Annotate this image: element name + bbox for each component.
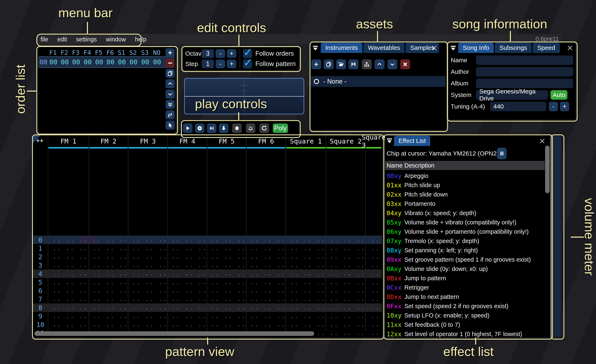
- effect-list-close-icon[interactable]: [538, 137, 546, 145]
- effect-sort-menu-button[interactable]: [497, 148, 507, 159]
- menu-item-help[interactable]: help: [135, 36, 147, 43]
- effect-row[interactable]: 03xxPortamento: [385, 199, 545, 209]
- channel-header-square-1[interactable]: Square 1: [286, 136, 326, 146]
- effect-row[interactable]: 11xxSet feedback (0 to 7): [385, 320, 545, 329]
- pattern-cell[interactable]: ... .. .. .. ..: [248, 253, 284, 261]
- step-decrement-button[interactable]: -: [216, 59, 225, 68]
- effect-row[interactable]: 12xxSet level of operator 1 (0 highest, …: [385, 329, 545, 339]
- pattern-cell[interactable]: ... .. .. .. ..: [248, 236, 284, 244]
- name-field[interactable]: [476, 55, 573, 65]
- pattern-corner-button[interactable]: ++: [36, 137, 44, 144]
- order-cell[interactable]: 00: [93, 57, 105, 67]
- pattern-cell[interactable]: ... .. .. .. ..: [328, 295, 364, 303]
- tuning-increment-button[interactable]: +: [560, 102, 569, 111]
- channel-header-fm-2[interactable]: FM 2: [89, 136, 128, 146]
- channel-header-fm-6[interactable]: FM 6: [246, 136, 286, 146]
- pattern-cell[interactable]: ... .. .. .. ..: [50, 286, 87, 295]
- pattern-cell[interactable]: ... .. .. .. ..: [367, 269, 380, 278]
- channel-header-fm-5[interactable]: FM 5: [207, 136, 246, 146]
- record-button[interactable]: [232, 124, 242, 133]
- pattern-cell[interactable]: ... .. .. .. ..: [287, 236, 324, 244]
- pattern-cell[interactable]: ... .. .. .. ..: [90, 278, 127, 286]
- order-add-button[interactable]: [165, 48, 175, 57]
- order-cell[interactable]: 00: [116, 57, 128, 67]
- pattern-cell[interactable]: ... .. .. .. ..: [287, 312, 324, 320]
- repeat-pattern-button[interactable]: [260, 124, 269, 133]
- pattern-cell[interactable]: ... .. .. .. ..: [209, 244, 245, 253]
- effect-row[interactable]: 04xyVibrato (x: speed; y: depth): [385, 209, 545, 218]
- effect-row[interactable]: 06xyVolume slide + portamento (compatibi…: [385, 227, 545, 236]
- pattern-cell[interactable]: ... .. .. .. ..: [90, 269, 127, 278]
- pattern-cell[interactable]: ... .. .. .. ..: [90, 244, 127, 253]
- order-cell[interactable]: 00: [139, 57, 151, 67]
- pattern-cell[interactable]: ... .. .. .. ..: [209, 320, 245, 329]
- pattern-cell[interactable]: ... .. .. .. ..: [287, 286, 324, 295]
- tuning-decrement-button[interactable]: -: [549, 102, 558, 111]
- assets-open-button[interactable]: [336, 59, 346, 69]
- pattern-cell[interactable]: ... .. .. .. ..: [367, 278, 380, 286]
- pattern-cell[interactable]: ... .. .. .. ..: [50, 320, 87, 329]
- pattern-cell[interactable]: ... .. .. .. ..: [50, 312, 87, 320]
- effect-row[interactable]: 0AxyVolume slide (0y: down; x0: up): [385, 264, 545, 274]
- pattern-cell[interactable]: ... .. .. .. ..: [287, 269, 324, 278]
- pattern-cell[interactable]: ... .. .. .. ..: [367, 261, 380, 269]
- assets-save-button[interactable]: [349, 59, 358, 69]
- window-menu-icon[interactable]: [312, 44, 319, 52]
- effect-list-scrollbar[interactable]: [545, 146, 550, 193]
- pattern-cell[interactable]: ... .. .. .. ..: [50, 278, 87, 286]
- pattern-cell[interactable]: ... .. .. .. ..: [328, 278, 364, 286]
- pattern-cell[interactable]: ... .. .. .. ..: [90, 261, 127, 269]
- menu-item-settings[interactable]: settings: [76, 36, 97, 43]
- effect-row[interactable]: 00xyArpeggio: [385, 171, 545, 181]
- pattern-cell[interactable]: ... .. .. .. ..: [328, 269, 364, 278]
- effect-row[interactable]: 10xySetup LFO (x: enable; y: speed): [385, 311, 545, 320]
- pattern-cell[interactable]: ... .. .. .. ..: [367, 244, 380, 253]
- order-cell[interactable]: 00: [59, 57, 71, 67]
- channel-header-fm-1[interactable]: FM 1: [48, 136, 89, 146]
- channel-header-square-2[interactable]: Square 2: [326, 136, 365, 146]
- step-increment-button[interactable]: +: [227, 59, 236, 68]
- effect-row[interactable]: 09xxSet groove pattern (speed 1 if no gr…: [385, 255, 545, 264]
- pattern-cell[interactable]: ... .. .. .. ..: [209, 312, 245, 320]
- pattern-cell[interactable]: ... .. .. .. ..: [367, 253, 380, 261]
- order-remove-button[interactable]: [165, 58, 175, 68]
- pattern-cell[interactable]: ... .. .. .. ..: [328, 244, 364, 253]
- effect-row[interactable]: 05xyVolume slide + vibrato (compatibilit…: [385, 218, 545, 227]
- pattern-cell[interactable]: ... .. .. .. ..: [248, 303, 284, 312]
- pattern-cell[interactable]: ... .. .. .. ..: [209, 303, 245, 312]
- play-one-row-button[interactable]: [207, 124, 216, 133]
- order-move-down-button[interactable]: [165, 90, 175, 99]
- metronome-button[interactable]: [246, 124, 255, 133]
- pattern-cell[interactable]: ... .. .. .. ..: [367, 286, 380, 295]
- pattern-cell[interactable]: ... .. .. .. ..: [130, 261, 166, 269]
- pattern-cell[interactable]: ... .. .. .. ..: [130, 312, 166, 320]
- tab-song-info[interactable]: Song Info: [458, 43, 494, 53]
- album-field[interactable]: [476, 79, 573, 88]
- pattern-cell[interactable]: ... .. .. .. ..: [130, 269, 166, 278]
- pattern-cell[interactable]: ... .. .. .. ..: [287, 253, 324, 261]
- pattern-cell[interactable]: ... .. .. .. ..: [90, 303, 127, 312]
- window-menu-icon[interactable]: [386, 137, 393, 144]
- order-cell[interactable]: 00: [104, 57, 117, 67]
- pattern-cell[interactable]: ... .. .. .. ..: [50, 295, 87, 303]
- pattern-cell[interactable]: ... .. .. .. ..: [169, 286, 205, 295]
- order-move-to-end-button[interactable]: [165, 100, 175, 109]
- pattern-cell[interactable]: ... .. .. .. ..: [367, 329, 380, 337]
- pattern-cell[interactable]: ... .. .. .. ..: [169, 303, 205, 312]
- order-row[interactable]: 0000000000000000000000: [38, 56, 174, 68]
- tab-wavetables[interactable]: Wavetables: [363, 43, 405, 53]
- pattern-cell[interactable]: ... .. .. .. ..: [248, 261, 284, 269]
- pattern-cell[interactable]: ... .. .. .. ..: [169, 278, 205, 286]
- pattern-cell[interactable]: ... .. .. .. ..: [328, 236, 364, 244]
- effect-row[interactable]: 0BxxJump to pattern: [385, 274, 545, 283]
- order-cell[interactable]: 00: [82, 57, 94, 67]
- pattern-cell[interactable]: ... .. .. .. ..: [169, 236, 205, 244]
- pattern-cell[interactable]: ... .. .. .. ..: [248, 295, 284, 303]
- order-deep-clone-button[interactable]: [165, 110, 175, 119]
- effect-row[interactable]: 02xxPitch slide down: [385, 190, 545, 199]
- menu-item-edit[interactable]: edit: [57, 36, 67, 43]
- pattern-cell[interactable]: ... .. .. .. ..: [287, 244, 324, 253]
- effect-row[interactable]: 07xyTremolo (x: speed; y: depth): [385, 236, 545, 246]
- pattern-cell[interactable]: ... .. .. .. ..: [130, 253, 166, 261]
- pattern-cell[interactable]: ... .. .. .. ..: [328, 312, 364, 320]
